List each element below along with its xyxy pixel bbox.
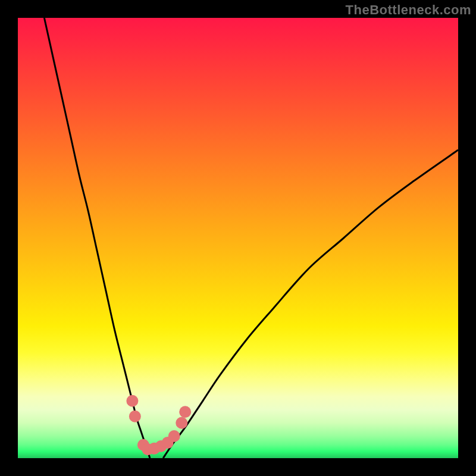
marker-point bbox=[126, 395, 138, 407]
marker-point bbox=[176, 417, 187, 429]
marker-point bbox=[179, 406, 191, 418]
marker-point bbox=[129, 411, 141, 422]
marker-point bbox=[148, 443, 160, 455]
plot-area bbox=[18, 18, 458, 458]
marker-group bbox=[126, 395, 191, 455]
marker-point bbox=[155, 440, 167, 452]
marker-point bbox=[168, 430, 180, 442]
marker-point bbox=[142, 443, 154, 455]
marker-point bbox=[137, 439, 149, 451]
curve-svg bbox=[18, 18, 458, 458]
right-branch-curve bbox=[163, 150, 458, 458]
watermark-text: TheBottleneck.com bbox=[346, 2, 471, 18]
marker-point bbox=[162, 437, 174, 449]
chart-frame: TheBottleneck.com bbox=[0, 0, 476, 476]
left-branch-curve bbox=[44, 18, 150, 458]
